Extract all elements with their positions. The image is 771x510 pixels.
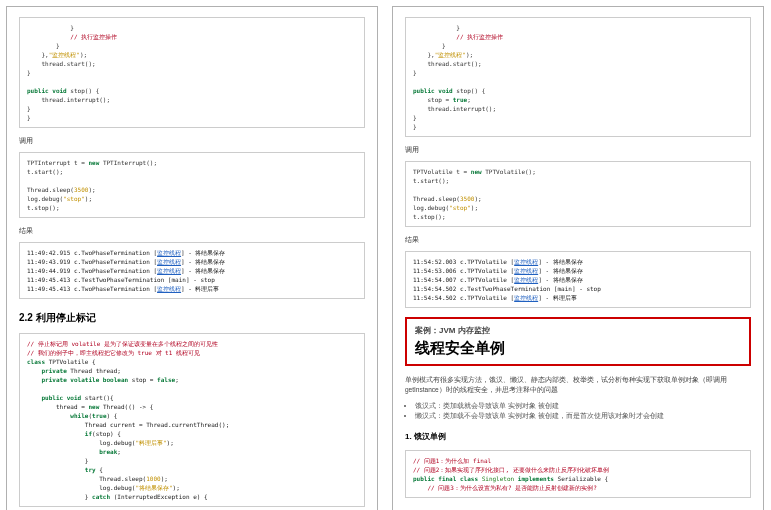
page-right: } // 执行监控操作 } },"监控线程"); thread.start();…: [392, 6, 764, 510]
label-result-r: 结果: [405, 235, 751, 245]
code-block-4: // 停止标记用 volatile 是为了保证该变量在多个线程之间的可见性 //…: [19, 333, 365, 507]
code-block-2: TPTInterrupt t = new TPTInterrupt(); t.s…: [19, 152, 365, 218]
code-block-r3: 11:54:52.003 c.TPTVolatile [监控线程] - 将结果保…: [405, 251, 751, 308]
code-block-r2: TPTVolatile t = new TPTVolatile(); t.sta…: [405, 161, 751, 227]
label-call: 调用: [19, 136, 365, 146]
list-item: 懒汉式：类加载不会导致该单 实例对象 被创建，而是首次使用该对象时才会创建: [415, 411, 751, 421]
label-result: 结果: [19, 226, 365, 236]
code-block-r4: // 问题1：为什么加 final // 问题2：如果实现了序列化接口, 还要做…: [405, 450, 751, 498]
highlight-subtitle: 案例：JVM 内存监控: [415, 325, 741, 336]
highlight-box: 案例：JVM 内存监控 线程安全单例: [405, 317, 751, 366]
code-block-3: 11:49:42.915 c.TwoPhaseTermination [监控线程…: [19, 242, 365, 299]
label-call-r: 调用: [405, 145, 751, 155]
code-block-1: } // 执行监控操作 } },"监控线程"); thread.start();…: [19, 17, 365, 128]
highlight-title: 线程安全单例: [415, 339, 741, 358]
section-heading: 2.2 利用停止标记: [19, 311, 365, 325]
list-item: 饿汉式：类加载就会导致该单 实例对象 被创建: [415, 401, 751, 411]
bullet-list: 饿汉式：类加载就会导致该单 实例对象 被创建 懒汉式：类加载不会导致该单 实例对…: [405, 401, 751, 422]
page-left: } // 执行监控操作 } },"监控线程"); thread.start();…: [6, 6, 378, 510]
paragraph: 单例模式有很多实现方法，饿汉、懒汉、静态内部类、枚举类，试分析每种实现下获取单例…: [405, 375, 751, 395]
subsection-heading: 1. 饿汉单例: [405, 431, 751, 442]
code-block-r1: } // 执行监控操作 } },"监控线程"); thread.start();…: [405, 17, 751, 137]
